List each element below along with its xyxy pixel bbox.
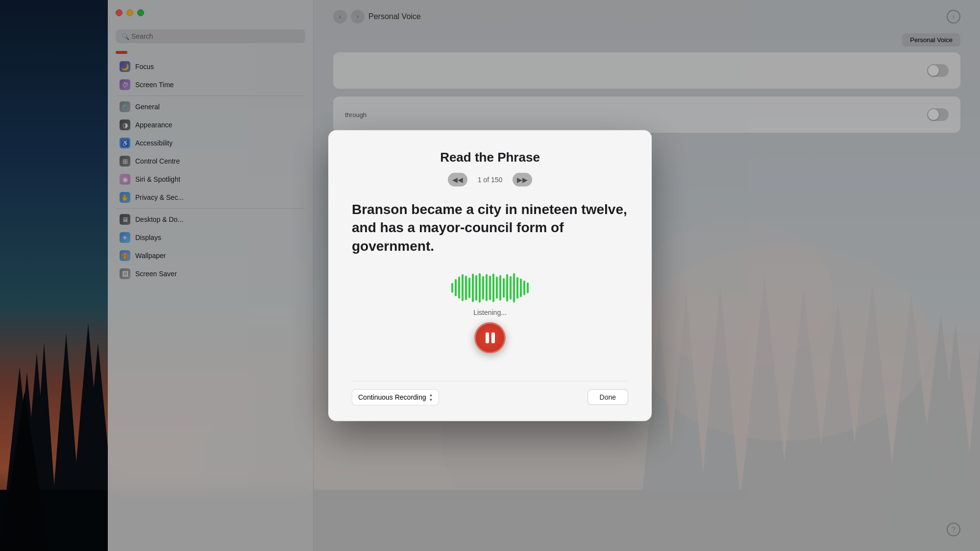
phrase-text: Branson became a city in nineteen twelve…	[352, 200, 628, 255]
modal-title: Read the Phrase	[440, 149, 540, 165]
waveform-bar	[513, 273, 515, 303]
waveform-bar	[492, 274, 494, 302]
waveform-bar	[462, 274, 464, 301]
read-phrase-modal: Read the Phrase ◀◀ 1 of 150 ▶▶ Branson b…	[328, 130, 652, 421]
modal-footer: Continuous Recording ▲ ▼ Done	[352, 381, 628, 406]
fast-forward-icon: ▶▶	[517, 175, 528, 183]
pause-icon	[486, 333, 495, 343]
phrase-counter: 1 of 150	[475, 175, 505, 183]
previous-phrase-button[interactable]: ◀◀	[448, 172, 467, 186]
select-arrows-icon: ▲ ▼	[429, 393, 433, 402]
rewind-icon: ◀◀	[452, 175, 463, 183]
listening-status: Listening...	[473, 309, 507, 316]
waveform-bar	[472, 274, 474, 302]
waveform-bar	[489, 276, 491, 300]
recording-mode-select[interactable]: Continuous Recording ▲ ▼	[352, 389, 439, 406]
waveform-bar	[475, 275, 477, 301]
next-phrase-button[interactable]: ▶▶	[513, 172, 532, 186]
waveform-bar	[468, 278, 470, 298]
waveform-bar	[479, 273, 481, 303]
waveform-bar	[506, 274, 508, 302]
waveform-bar	[499, 275, 501, 301]
waveform-bar	[482, 276, 484, 300]
waveform-bar	[516, 277, 518, 299]
waveform-bar	[451, 283, 453, 293]
recording-mode-label: Continuous Recording	[358, 393, 426, 401]
waveform-bar	[455, 279, 457, 296]
waveform-bar	[523, 281, 525, 295]
pause-recording-button[interactable]	[474, 322, 506, 354]
waveform-bar	[503, 278, 505, 298]
audio-waveform	[451, 273, 529, 303]
waveform-bar	[458, 277, 460, 299]
waveform-bar	[510, 276, 512, 300]
waveform-area: Listening...	[451, 273, 529, 354]
done-button[interactable]: Done	[588, 389, 628, 405]
waveform-bar	[520, 279, 522, 297]
waveform-bar	[496, 277, 498, 299]
waveform-bar	[527, 283, 529, 293]
waveform-bar	[465, 276, 467, 300]
waveform-bar	[486, 274, 488, 301]
phrase-navigation: ◀◀ 1 of 150 ▶▶	[448, 172, 532, 186]
